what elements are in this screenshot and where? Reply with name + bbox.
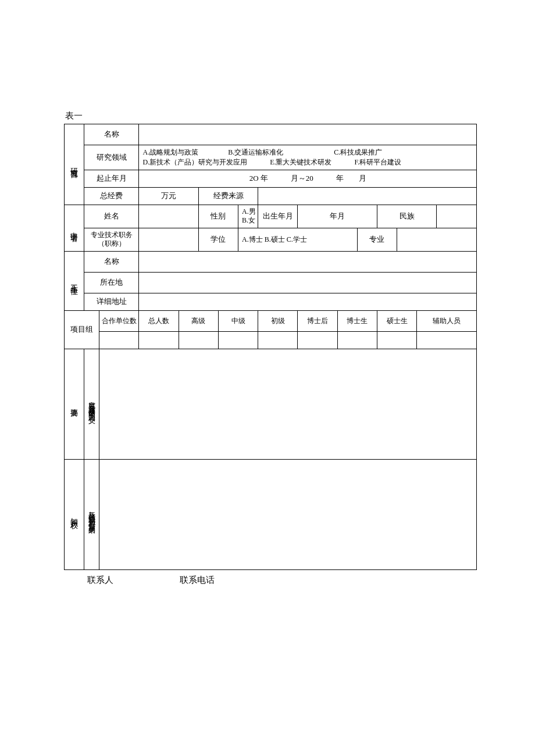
unit-name-value[interactable] (139, 251, 477, 272)
team-senior-label: 高级 (179, 310, 218, 331)
applicant-title-label: 专业技术职务（职称） (84, 228, 139, 251)
team-postdoc-value[interactable] (298, 331, 337, 349)
contact-label: 联系人 (87, 575, 113, 585)
opt-e: E.重大关键技术研发 (270, 158, 331, 166)
opt-c: C.科技成果推广 (334, 148, 382, 156)
applicant-dob-value[interactable]: 年月 (298, 205, 377, 228)
applicant-major-label: 专业 (357, 228, 397, 251)
applicant-degree-label: 学位 (198, 228, 238, 251)
team-coop-value[interactable] (99, 331, 139, 349)
opt-a: A.战略规划与政策 (142, 148, 198, 156)
project-budget-unit[interactable]: 万元 (139, 187, 198, 205)
form-table: 研究项目 名称 研究领域 A.战略规划与政策 B.交通运输标准化 C.科技成果推… (64, 124, 477, 570)
applicant-gender-label: 性别 (198, 205, 238, 228)
abstract-main-label: 究目要容意摘要原研项主内和义 (84, 349, 99, 459)
applicant-ethnicity-label: 民族 (377, 205, 436, 228)
ip-value[interactable] (99, 459, 477, 569)
ip-side-label: 知识产权 (65, 459, 84, 569)
project-field-options[interactable]: A.战略规划与政策 B.交通运输标准化 C.科技成果推广 D.新技术（产品）研究… (139, 145, 477, 170)
team-junior-label: 初级 (258, 310, 298, 331)
unit-location-value[interactable] (139, 272, 477, 293)
gender-b: B.女 (242, 216, 255, 224)
abstract-value[interactable] (99, 349, 477, 459)
opt-f: F.科研平台建设 (355, 158, 402, 166)
team-total-value[interactable] (139, 331, 179, 349)
section-project-header: 研究项目 (65, 124, 84, 205)
fund-source-value[interactable] (258, 187, 477, 205)
team-coop-label: 合作单位数 (99, 310, 139, 331)
ip-main-label: 新及能得成和识产权创点可获的果 (84, 459, 99, 569)
unit-location-label: 所在地 (84, 272, 139, 293)
section-applicant-header: 申请者 (65, 205, 84, 251)
applicant-name-label: 姓名 (84, 205, 139, 228)
applicant-major-value[interactable] (397, 228, 477, 251)
team-phd-label: 博士生 (337, 310, 377, 331)
applicant-dob-label: 出生年月 (258, 205, 298, 228)
team-total-label: 总人数 (139, 310, 179, 331)
applicant-name-value[interactable] (139, 205, 198, 228)
team-master-label: 硕士生 (377, 310, 416, 331)
applicant-title-value[interactable] (139, 228, 198, 251)
project-period-value[interactable]: 2O 年 月～20 年 月 (139, 170, 477, 187)
opt-b: B.交通运输标准化 (228, 148, 283, 156)
gender-a: A.男 (242, 207, 256, 216)
project-budget-label: 总经费 (84, 187, 139, 205)
footer: 联系人 联系电话 (64, 575, 477, 586)
team-master-value[interactable] (377, 331, 416, 349)
unit-name-label: 名称 (84, 251, 139, 272)
applicant-ethnicity-value[interactable] (437, 205, 477, 228)
team-postdoc-label: 博士后 (298, 310, 337, 331)
fund-source-label: 经费来源 (198, 187, 258, 205)
team-aux-label: 辅助人员 (417, 310, 477, 331)
team-mid-value[interactable] (218, 331, 258, 349)
project-field-label: 研究领域 (84, 145, 139, 170)
project-period-label: 起止年月 (84, 170, 139, 187)
team-junior-value[interactable] (258, 331, 298, 349)
team-senior-value[interactable] (179, 331, 218, 349)
project-name-value[interactable] (139, 124, 477, 145)
team-mid-label: 中级 (218, 310, 258, 331)
project-name-label: 名称 (84, 124, 139, 145)
unit-address-label: 详细地址 (84, 293, 139, 310)
applicant-degree-options[interactable]: A.博士 B.硕士 C.学士 (238, 228, 358, 251)
section-team-header: 项目组 (65, 310, 99, 349)
team-aux-value[interactable] (417, 331, 477, 349)
team-phd-value[interactable] (337, 331, 377, 349)
opt-d: D.新技术（产品）研究与开发应用 (142, 158, 247, 166)
phone-label: 联系电话 (180, 575, 215, 585)
section-unit-header: 工作单位 (65, 251, 84, 310)
table-title: 表一 (64, 110, 477, 121)
unit-address-value[interactable] (139, 293, 477, 310)
abstract-side-label: 摘要 (65, 349, 84, 459)
applicant-gender-options[interactable]: A.男 B.女 (238, 205, 258, 228)
